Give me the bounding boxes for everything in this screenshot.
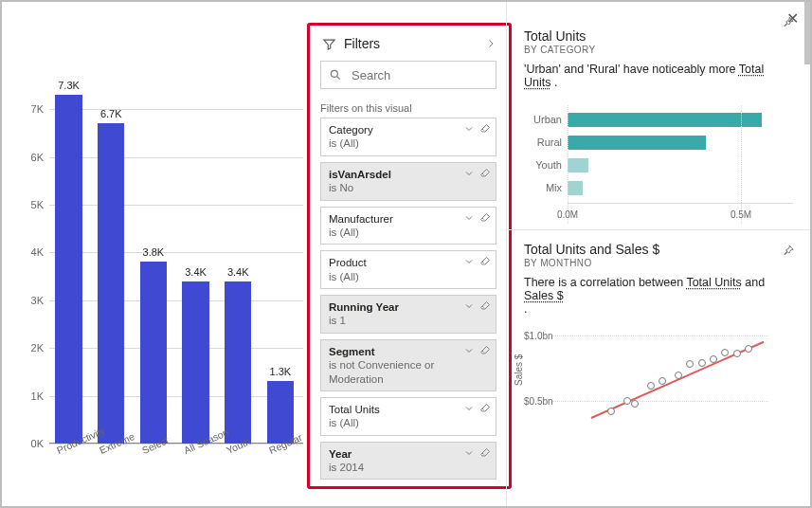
filter-name: Segment	[329, 345, 473, 358]
clear-filter-icon[interactable]	[479, 256, 491, 267]
filter-icon	[322, 37, 336, 51]
scatter-point[interactable]	[631, 400, 639, 408]
bar-value-label: 7.3K	[58, 80, 80, 91]
chevron-down-icon[interactable]	[463, 212, 475, 224]
filter-state: is (All)	[329, 226, 473, 239]
clear-filter-icon[interactable]	[479, 300, 491, 312]
y-tick-label: $1.0bn	[524, 330, 553, 340]
insight-subtitle: BY MONTHNO	[524, 258, 793, 268]
filter-state: is (All)	[329, 416, 473, 429]
y-tick-label: 3K	[31, 295, 44, 306]
hbar-row[interactable]: Mix	[524, 176, 793, 199]
clear-filter-icon[interactable]	[479, 168, 491, 179]
filter-state: is 2014	[329, 461, 473, 474]
chevron-down-icon[interactable]	[463, 168, 475, 179]
filter-name: Running Year	[329, 300, 473, 314]
hbar-category: Rural	[524, 136, 562, 148]
hbar	[568, 136, 706, 150]
scatter-point[interactable]	[686, 360, 694, 368]
y-tick-label: 0K	[31, 438, 44, 449]
hbar-row[interactable]: Youth	[524, 154, 793, 176]
filter-card[interactable]: Running Yearis 1	[320, 295, 496, 334]
hbar-category: Mix	[524, 182, 562, 193]
bar[interactable]	[140, 262, 168, 444]
insight-subtitle: BY CATEGORY	[524, 45, 793, 55]
filter-card[interactable]: isVanArsdelis No	[320, 162, 496, 201]
bar-value-label: 3.8K	[143, 246, 165, 258]
filters-section-label: Filters on this visual	[320, 102, 496, 114]
x-tick-label: 0.5M	[731, 209, 751, 220]
chevron-down-icon[interactable]	[463, 256, 475, 267]
bar-value-label: 1.3K	[270, 366, 292, 377]
filter-state: is (All)	[329, 136, 473, 150]
pin-icon[interactable]	[781, 244, 795, 258]
chevron-down-icon[interactable]	[463, 447, 475, 459]
filter-card[interactable]: Total Unitsis (All)	[320, 397, 496, 436]
bar[interactable]	[55, 95, 82, 444]
filter-name: Category	[329, 123, 473, 136]
y-tick-label: $0.5bn	[524, 396, 553, 407]
pin-icon[interactable]	[781, 15, 795, 29]
scatter-y-axis-label: Sales $	[514, 354, 524, 386]
scatter-point[interactable]	[675, 372, 682, 379]
filter-state: is (All)	[329, 270, 473, 283]
bar-value-label: 6.7K	[100, 108, 122, 119]
filter-state: is No	[329, 181, 473, 194]
filter-state: is 1	[329, 314, 473, 327]
filter-state: is not Convenience or Moderation	[329, 358, 473, 386]
scatter-point[interactable]	[745, 345, 752, 353]
y-tick-label: 4K	[31, 246, 44, 258]
scatter-point[interactable]	[698, 359, 706, 367]
insight-description: There is a correlation between Total Uni…	[524, 276, 793, 316]
filter-card[interactable]: Productis (All)	[320, 250, 496, 289]
filter-card[interactable]: Segmentis not Convenience or Moderation	[320, 339, 496, 391]
filter-name: Product	[329, 256, 473, 269]
clear-filter-icon[interactable]	[479, 403, 491, 414]
filter-card[interactable]: Yearis 2014	[320, 442, 496, 481]
clear-filter-icon[interactable]	[479, 123, 491, 135]
chevron-down-icon[interactable]	[463, 345, 475, 356]
scatter-point[interactable]	[647, 382, 655, 390]
insight-title: Total Units and Sales $	[524, 242, 793, 257]
scatter-point[interactable]	[721, 349, 729, 356]
bar-value-label: 3.4K	[227, 266, 249, 278]
y-tick-label: 2K	[31, 342, 44, 354]
chevron-down-icon[interactable]	[463, 300, 475, 312]
bar[interactable]	[98, 123, 125, 444]
search-input[interactable]	[350, 67, 513, 83]
insight-total-units-category: Total Units BY CATEGORY 'Urban' and 'Rur…	[507, 2, 810, 230]
clear-filter-icon[interactable]	[479, 447, 491, 459]
chevron-down-icon[interactable]	[463, 403, 475, 414]
scatter-point[interactable]	[607, 408, 615, 415]
bar-value-label: 3.4K	[185, 266, 207, 278]
hbar	[568, 181, 583, 195]
filter-name: isVanArsdel	[329, 168, 473, 181]
clear-filter-icon[interactable]	[479, 345, 491, 356]
hbar-row[interactable]: Rural	[524, 131, 793, 154]
chevron-down-icon[interactable]	[463, 123, 475, 135]
filter-name: Year	[329, 447, 473, 461]
clear-filter-icon[interactable]	[479, 212, 491, 224]
scatter-point[interactable]	[623, 397, 631, 405]
main-bar-chart[interactable]: 0K1K2K3K4K5K6K7K7.3K6.7K3.8K3.4K3.4K1.3K…	[2, 2, 311, 506]
scatter-point[interactable]	[733, 350, 741, 357]
filter-card[interactable]: Categoryis (All)	[320, 118, 496, 156]
bar[interactable]	[182, 281, 209, 444]
y-tick-label: 5K	[31, 199, 44, 210]
insight-title: Total Units	[524, 28, 793, 44]
scatter-point[interactable]	[710, 355, 717, 363]
chevron-right-icon[interactable]	[485, 38, 496, 49]
scatter-point[interactable]	[659, 377, 666, 385]
hbar-row[interactable]: Urban	[524, 108, 793, 131]
svg-point-0	[331, 70, 337, 77]
x-tick-label: 0.0M	[557, 209, 578, 220]
filters-title: Filters	[344, 36, 380, 51]
hbar	[568, 158, 588, 172]
hbar-category: Urban	[524, 114, 562, 125]
insights-pane: ✕ Total Units BY CATEGORY 'Urban' and 'R…	[506, 2, 810, 506]
filters-search[interactable]	[320, 61, 496, 89]
filter-name: Manufacturer	[329, 212, 473, 226]
filter-card[interactable]: Manufactureris (All)	[320, 207, 496, 245]
bar[interactable]	[225, 281, 252, 444]
insight-description: 'Urban' and 'Rural' have noticeably more…	[524, 63, 793, 89]
